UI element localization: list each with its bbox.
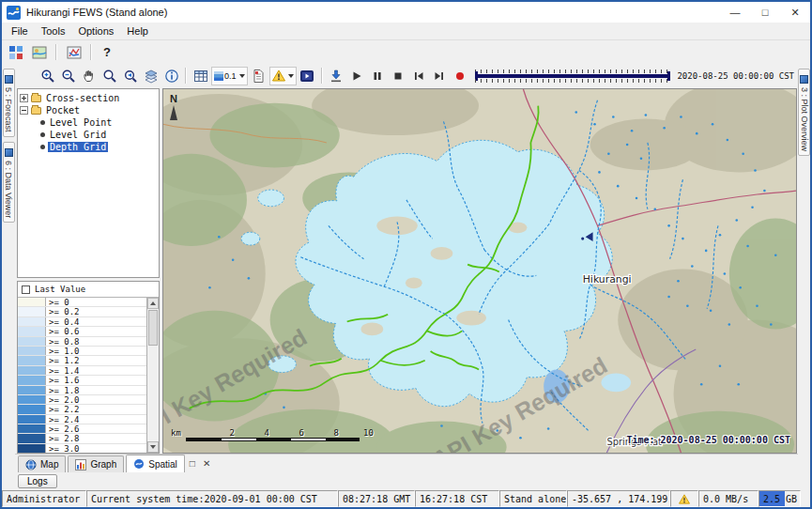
tab-data-viewer[interactable]: 6 : Data Viewer [3, 142, 15, 223]
tree-label[interactable]: Level Grid [48, 130, 108, 140]
help-button[interactable]: ? [99, 43, 115, 62]
status-local-time: 16:27:18 CST [415, 490, 499, 507]
legend-row: >= 2.2 [18, 405, 146, 414]
status-bar: Administrator Current system time:2020-0… [2, 490, 810, 507]
pan-button[interactable] [79, 67, 99, 85]
maximize-button[interactable]: □ [750, 2, 780, 23]
menu-tools[interactable]: Tools [35, 23, 72, 39]
left-tab-strip: 5 : Forecast 6 : Data Viewer [2, 64, 15, 490]
legend-swatch [18, 444, 46, 453]
tab-spatial[interactable]: Spatial [126, 455, 185, 472]
tab-graph[interactable]: Graph [68, 455, 124, 472]
legend-row: >= 2.4 [18, 415, 146, 424]
menu-options[interactable]: Options [71, 23, 120, 39]
menu-bar: File Tools Options Help [2, 23, 810, 40]
close-panel-button[interactable]: ✕ [200, 458, 213, 469]
legend-swatch [18, 307, 46, 316]
scale-tick: 2 [200, 428, 235, 438]
step-back-button[interactable] [409, 67, 429, 85]
tree-label[interactable]: Level Point [48, 117, 114, 128]
tree-leaf-level-grid[interactable]: Level Grid [20, 129, 157, 141]
minimize-button[interactable]: — [720, 2, 750, 23]
legend-scrollbar[interactable] [146, 298, 159, 453]
classbreaks-dropdown[interactable]: 0.1 [211, 67, 248, 85]
float-panel-button[interactable]: □ [187, 458, 198, 469]
close-button[interactable]: ✕ [780, 2, 810, 23]
scroll-down-button[interactable] [147, 441, 159, 453]
legend-swatch [18, 298, 46, 306]
toolbar-separator [185, 68, 187, 84]
last-value-checkbox[interactable] [22, 285, 30, 294]
chevron-down-icon [288, 74, 294, 78]
scrollbar-thumb[interactable] [148, 310, 158, 346]
warning-levels-dropdown[interactable] [269, 67, 297, 85]
info-button[interactable] [161, 67, 181, 85]
forecast-icon [5, 75, 13, 84]
globe-icon [25, 459, 37, 470]
tree-leaf-level-point[interactable]: Level Point [20, 116, 157, 129]
zoom-in-button[interactable] [38, 67, 57, 85]
toolbar-separator [55, 44, 57, 60]
timeline-current-time: 2020-08-25 00:00:00 CST [675, 71, 798, 81]
legend-swatch [18, 424, 46, 433]
step-forward-button[interactable] [430, 67, 450, 85]
logs-bar: Logs [15, 472, 798, 490]
menu-help[interactable]: Help [120, 23, 155, 39]
legend-swatch [18, 366, 46, 375]
grid-display-button[interactable] [191, 67, 210, 85]
record-button[interactable] [451, 67, 470, 85]
collapse-icon[interactable] [20, 106, 28, 115]
right-tab-strip: 3 : Plot Overview [798, 64, 810, 490]
logs-button[interactable]: Logs [18, 474, 57, 488]
legend-row: >= 0.6 [18, 327, 146, 336]
report-button[interactable] [249, 67, 268, 85]
timeline-slider[interactable] [475, 69, 671, 84]
legend-swatch [18, 405, 46, 413]
app-window: Hikurangi FEWS (Stand alone) — □ ✕ File … [0, 0, 812, 509]
play-button[interactable] [347, 67, 367, 85]
map-display-icon[interactable] [29, 43, 49, 62]
content-area: Cross-section Pocket Level Point [15, 87, 798, 454]
stop-button[interactable] [389, 67, 408, 85]
zoom-box-button[interactable] [100, 67, 119, 85]
legend-swatch [18, 356, 46, 364]
legend-swatch [18, 327, 46, 335]
tab-plot-overview[interactable]: 3 : Plot Overview [798, 69, 810, 156]
legend-row: >= 2.8 [18, 434, 146, 443]
pause-button[interactable] [368, 67, 388, 85]
tab-forecast[interactable]: 5 : Forecast [3, 69, 15, 137]
tab-spatial-label: Spatial [148, 459, 177, 470]
scale-tick: 8 [304, 428, 339, 438]
tree-label-selected[interactable]: Depth Grid [48, 142, 108, 152]
tree-leaf-depth-grid[interactable]: Depth Grid [20, 141, 157, 153]
scale-unit: km [171, 428, 181, 438]
tree-label[interactable]: Cross-section [44, 93, 121, 103]
spatial-display-icon[interactable] [64, 43, 84, 62]
tree-label[interactable]: Pocket [44, 105, 82, 116]
legend-row: >= 1.2 [18, 356, 146, 365]
center-column: 0.1 [15, 64, 798, 490]
tree-node-cross-section[interactable]: Cross-section [20, 92, 157, 104]
tab-map[interactable]: Map [18, 455, 66, 472]
scroll-up-button[interactable] [147, 298, 159, 309]
map-canvas[interactable]: Hikurangi Springs Flat API Key Required … [162, 88, 797, 454]
legend-row: >= 3.0 [18, 444, 146, 453]
expand-icon[interactable] [20, 94, 28, 102]
explorer-icon[interactable] [6, 43, 25, 62]
status-warning-cell[interactable] [670, 490, 698, 507]
warning-icon [679, 494, 690, 504]
legend-swatch [18, 415, 46, 424]
title-bar[interactable]: Hikurangi FEWS (Stand alone) — □ ✕ [2, 2, 810, 23]
tree-node-pocket[interactable]: Pocket [20, 104, 157, 116]
zoom-out-button[interactable] [58, 67, 78, 85]
legend-swatch [18, 347, 46, 355]
menu-file[interactable]: File [5, 23, 35, 39]
layers-button[interactable] [141, 67, 161, 85]
legend-swatch [18, 434, 46, 442]
scale-bar-graphic [186, 438, 360, 441]
layer-bullet-icon [40, 145, 45, 149]
movie-export-button[interactable] [298, 67, 317, 85]
set-time-button[interactable] [327, 67, 346, 85]
main-toolbar: ? [2, 40, 810, 64]
zoom-previous-button[interactable] [120, 67, 140, 85]
